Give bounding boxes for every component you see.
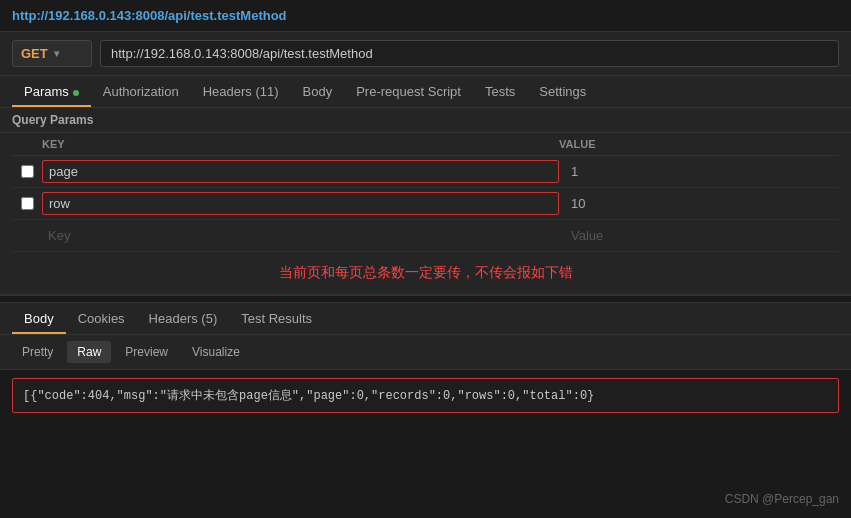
key-placeholder[interactable]: Key	[42, 224, 559, 247]
tab-settings[interactable]: Settings	[527, 76, 598, 107]
table-row: 10	[12, 188, 839, 220]
sub-tabs: Pretty Raw Preview Visualize	[0, 335, 851, 370]
query-params-label: Query Params	[0, 108, 851, 133]
method-select[interactable]: GET ▾	[12, 40, 92, 67]
params-table: KEY VALUE 1 10 Key Value	[0, 133, 851, 252]
value-row: 10	[559, 196, 839, 211]
row-check-2[interactable]	[12, 197, 42, 210]
watermark: CSDN @Percep_gan	[725, 492, 839, 506]
tab-params[interactable]: Params	[12, 76, 91, 107]
val-placeholder: Value	[559, 228, 839, 243]
value-page: 1	[559, 164, 839, 179]
table-row: 1	[12, 156, 839, 188]
request-tabs: Params Authorization Headers (11) Body P…	[0, 76, 851, 108]
key-input-row[interactable]	[42, 192, 559, 215]
sub-tab-visualize[interactable]: Visualize	[182, 341, 250, 363]
checkbox-row[interactable]	[21, 197, 34, 210]
chevron-icon: ▾	[54, 48, 59, 59]
checkbox-page[interactable]	[21, 165, 34, 178]
col-value-header: VALUE	[559, 138, 839, 150]
title-url[interactable]: http://192.168.0.143:8008/api/test.testM…	[12, 8, 287, 23]
key-input-page[interactable]	[42, 160, 559, 183]
warning-text: 当前页和每页总条数一定要传，不传会报如下错	[0, 252, 851, 295]
response-tab-cookies[interactable]: Cookies	[66, 303, 137, 334]
title-bar: http://192.168.0.143:8008/api/test.testM…	[0, 0, 851, 32]
params-dot	[73, 90, 79, 96]
tab-prerequest[interactable]: Pre-request Script	[344, 76, 473, 107]
tab-authorization[interactable]: Authorization	[91, 76, 191, 107]
table-header: KEY VALUE	[12, 133, 839, 156]
sub-tab-preview[interactable]: Preview	[115, 341, 178, 363]
request-bar: GET ▾	[0, 32, 851, 76]
col-key-header: KEY	[42, 138, 559, 150]
tab-tests[interactable]: Tests	[473, 76, 527, 107]
response-tab-test-results[interactable]: Test Results	[229, 303, 324, 334]
response-tab-headers[interactable]: Headers (5)	[137, 303, 230, 334]
method-label: GET	[21, 46, 48, 61]
sub-tab-raw[interactable]: Raw	[67, 341, 111, 363]
placeholder-row: Key Value	[12, 220, 839, 252]
tab-body[interactable]: Body	[291, 76, 345, 107]
response-tab-body[interactable]: Body	[12, 303, 66, 334]
tab-headers[interactable]: Headers (11)	[191, 76, 291, 107]
section-divider	[0, 295, 851, 303]
sub-tab-pretty[interactable]: Pretty	[12, 341, 63, 363]
response-tabs: Body Cookies Headers (5) Test Results	[0, 303, 851, 335]
code-block: [{"code":404,"msg":"请求中未包含page信息","page"…	[12, 378, 839, 413]
row-check-1[interactable]	[12, 165, 42, 178]
url-input[interactable]	[100, 40, 839, 67]
